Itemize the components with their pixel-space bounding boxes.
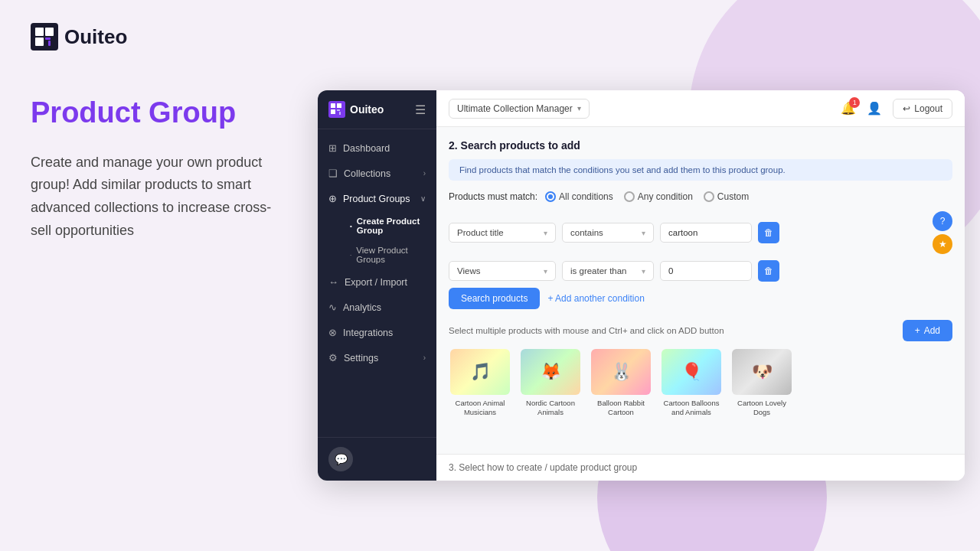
dropdown-label: Ultimate Collection Manager: [457, 103, 573, 114]
sub-item-label: Create Product Group: [357, 217, 426, 235]
product-name-1: Cartoon Animal Musicians: [449, 399, 511, 418]
chevron-icon: ›: [423, 169, 426, 178]
product-groups-icon: ⊕: [328, 193, 337, 204]
product-card-4[interactable]: 🎈 Cartoon Balloons and Animals: [660, 349, 723, 418]
dot-icon: ·: [350, 252, 351, 259]
delete-condition-2[interactable]: 🗑: [758, 260, 779, 282]
help-button[interactable]: ?: [933, 211, 952, 231]
product-emoji-5: 🐶: [732, 349, 792, 395]
settings-icon: ⚙: [328, 352, 338, 364]
product-card-2[interactable]: 🦊 Nordic Cartoon Animals: [519, 349, 582, 418]
svg-rect-4: [48, 41, 51, 46]
logout-button[interactable]: ↩ Logout: [893, 99, 952, 119]
sidebar-item-collections[interactable]: ❑ Collections ›: [318, 161, 436, 186]
svg-rect-9: [331, 109, 335, 114]
radio-any-condition[interactable]: Any condition: [624, 191, 693, 202]
select-instruction-row: Select multiple products with mouse and …: [449, 320, 952, 341]
collections-icon: ❑: [328, 168, 338, 179]
page-description: Create and manage your own product group…: [31, 152, 291, 243]
sidebar-nav: ⊞ Dashboard ❑ Collections › ⊕ Product Gr…: [318, 129, 436, 437]
info-banner: Find products that match the conditions …: [449, 159, 952, 181]
chevron-icon: ›: [423, 354, 426, 362]
match-row: Products must match: All conditions Any …: [449, 191, 952, 202]
radio-label-any: Any condition: [638, 191, 693, 202]
sidebar-item-settings[interactable]: ⚙ Settings ›: [318, 345, 436, 370]
search-products-button[interactable]: Search products: [449, 288, 540, 309]
app-window: Ouiteo ☰ ⊞ Dashboard ❑ Collections › ⊕ P…: [318, 90, 965, 481]
product-image-4: 🎈: [662, 349, 721, 395]
product-image-3: 🐰: [591, 349, 651, 395]
export-import-icon: ↔: [328, 276, 338, 288]
product-emoji-1: 🎵: [450, 349, 510, 395]
star-button[interactable]: ★: [933, 234, 952, 254]
field-chevron-2: ▾: [544, 267, 547, 276]
value-text-1: cartoon: [668, 228, 697, 237]
radio-circle-any: [624, 191, 635, 202]
sidebar-item-analytics[interactable]: ∿ Analytics: [318, 295, 436, 320]
operator-select-1[interactable]: contains ▾: [562, 223, 654, 243]
product-emoji-2: 🦊: [521, 349, 580, 395]
condition-row-1: Product title ▾ contains ▾ cartoon 🗑 ? ★: [449, 211, 952, 254]
product-image-5: 🐶: [732, 349, 792, 395]
value-input-2[interactable]: 0: [660, 261, 752, 281]
sidebar-sub-nav: • Create Product Group · View Product Gr…: [318, 211, 436, 269]
sidebar-item-dashboard[interactable]: ⊞ Dashboard: [318, 135, 436, 161]
delete-condition-1[interactable]: 🗑: [758, 222, 779, 243]
dot-icon: •: [350, 223, 352, 230]
add-products-button[interactable]: + Add: [903, 320, 952, 341]
svg-rect-5: [45, 37, 51, 40]
chat-button[interactable]: 💬: [328, 447, 353, 471]
collection-manager-dropdown[interactable]: Ultimate Collection Manager ▾: [449, 99, 590, 119]
sidebar-item-label: Integrations: [343, 328, 393, 338]
field-value-1: Product title: [457, 228, 504, 237]
sidebar-header: Ouiteo ☰: [318, 90, 436, 129]
svg-rect-11: [337, 109, 340, 111]
sidebar-brand-icon: [328, 101, 345, 118]
integrations-icon: ⊗: [328, 327, 337, 338]
brand-logo: Ouiteo: [31, 23, 291, 51]
condition-row-2: Views ▾ is greater than ▾ 0 🗑: [449, 260, 952, 282]
radio-label-all: All conditions: [559, 191, 613, 202]
sidebar-item-label: Dashboard: [343, 143, 390, 154]
radio-all-conditions[interactable]: All conditions: [545, 191, 613, 202]
user-profile-button[interactable]: 👤: [867, 101, 882, 116]
topbar: Ultimate Collection Manager ▾ 🔔 1 👤 ↩ Lo…: [436, 90, 965, 127]
svg-rect-7: [331, 103, 335, 108]
product-name-2: Nordic Cartoon Animals: [519, 399, 582, 418]
notification-button[interactable]: 🔔 1: [841, 101, 856, 116]
field-select-1[interactable]: Product title ▾: [449, 223, 556, 243]
operator-select-2[interactable]: is greater than ▾: [562, 261, 654, 281]
add-condition-button[interactable]: + Add another condition: [547, 293, 644, 304]
value-input-1[interactable]: cartoon: [660, 223, 752, 243]
match-label: Products must match:: [449, 191, 537, 202]
product-card-1[interactable]: 🎵 Cartoon Animal Musicians: [449, 349, 511, 418]
sidebar-item-label: Export / Import: [345, 277, 407, 288]
field-select-2[interactable]: Views ▾: [449, 261, 556, 281]
field-chevron-1: ▾: [544, 229, 547, 237]
product-image-1: 🎵: [450, 349, 510, 395]
value-text-2: 0: [668, 266, 673, 276]
action-row: Search products + Add another condition: [449, 288, 952, 309]
chevron-icon: ∨: [420, 194, 426, 203]
logout-icon: ↩: [903, 103, 910, 114]
panel-area: 2. Search products to add Find products …: [436, 127, 965, 454]
svg-rect-8: [337, 103, 341, 108]
sidebar-item-export-import[interactable]: ↔ Export / Import: [318, 269, 436, 295]
radio-label-custom: Custom: [717, 191, 749, 202]
product-card-3[interactable]: 🐰 Balloon Rabbit Cartoon: [590, 349, 652, 418]
page-title: Product Group: [31, 96, 291, 130]
add-plus-icon: +: [915, 325, 920, 336]
sidebar-brand: Ouiteo: [328, 101, 384, 118]
sidebar-item-create-product-group[interactable]: • Create Product Group: [339, 211, 436, 240]
sidebar-item-integrations[interactable]: ⊗ Integrations: [318, 320, 436, 345]
sidebar-bottom: 💬: [318, 437, 436, 481]
logout-label: Logout: [914, 103, 942, 114]
sidebar-item-product-groups[interactable]: ⊕ Product Groups ∨: [318, 186, 436, 211]
product-name-3: Balloon Rabbit Cartoon: [590, 399, 652, 418]
radio-custom[interactable]: Custom: [704, 191, 749, 202]
hamburger-icon[interactable]: ☰: [415, 103, 426, 117]
product-card-5[interactable]: 🐶 Cartoon Lovely Dogs: [730, 349, 793, 418]
product-name-4: Cartoon Balloons and Animals: [660, 399, 723, 418]
sidebar: Ouiteo ☰ ⊞ Dashboard ❑ Collections › ⊕ P…: [318, 90, 436, 481]
sidebar-item-view-product-groups[interactable]: · View Product Groups: [339, 240, 436, 269]
